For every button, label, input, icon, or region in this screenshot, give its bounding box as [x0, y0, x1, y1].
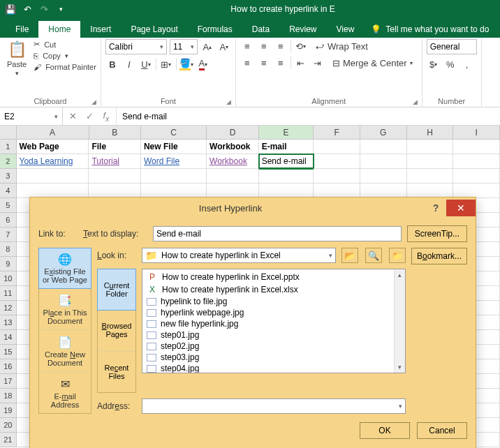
file-item[interactable]: hyperlink webpage.jpg	[144, 307, 404, 318]
cell-C3[interactable]	[141, 169, 207, 184]
tab-formulas[interactable]: Formulas	[188, 21, 242, 38]
enter-formula-button[interactable]: ✓	[84, 111, 95, 121]
cell-G3[interactable]	[360, 169, 407, 184]
file-list[interactable]: PHow to create hyperlink in Excel.pptxXH…	[142, 269, 406, 373]
cell-B2[interactable]: Tutorial	[89, 154, 141, 169]
linkto-existing-file[interactable]: 🌐Existing File or Web Page	[38, 248, 91, 289]
cell-D2[interactable]: Workbook	[207, 154, 259, 169]
file-item[interactable]: step04.jpg	[144, 363, 404, 373]
browse-web-button[interactable]: 🔍	[365, 248, 382, 263]
font-size-combo[interactable]: 11▾	[170, 39, 198, 54]
italic-button[interactable]: I	[122, 57, 136, 71]
cut-button[interactable]: ✂Cut	[34, 39, 96, 50]
cell-D1[interactable]: Workbook	[207, 140, 259, 154]
browsed-pages-button[interactable]: Browsed Pages	[98, 310, 135, 351]
screentip-button[interactable]: ScreenTip...	[407, 225, 467, 242]
column-header-F[interactable]: F	[314, 126, 360, 139]
cell-H3[interactable]	[407, 169, 454, 184]
row-header-8[interactable]: 8	[0, 242, 17, 257]
look-in-combo[interactable]: 📁 How to create hyperlink in Excel ▾	[142, 248, 336, 263]
column-header-E[interactable]: E	[259, 126, 314, 139]
recent-files-button[interactable]: Recent Files	[98, 352, 135, 392]
tab-home[interactable]: Home	[38, 21, 80, 38]
row-header-13[interactable]: 13	[0, 315, 17, 330]
cell-G1[interactable]	[360, 140, 407, 154]
insert-function-button[interactable]: fx	[101, 110, 112, 123]
border-button[interactable]: ⊞▾	[159, 57, 173, 71]
number-format-combo[interactable]: General	[427, 39, 477, 54]
row-header-16[interactable]: 16	[0, 359, 17, 374]
cell-G4[interactable]	[360, 184, 407, 198]
row-header-6[interactable]: 6	[0, 213, 17, 227]
formula-input[interactable]: Send e-mail	[117, 107, 500, 125]
clipboard-dialog-launcher[interactable]: ◢	[91, 98, 96, 105]
align-right-button[interactable]: ≡	[274, 56, 288, 70]
row-header-17[interactable]: 17	[0, 374, 17, 389]
tab-review[interactable]: Review	[279, 21, 326, 38]
format-painter-button[interactable]: 🖌Format Painter	[34, 62, 96, 72]
help-button[interactable]: ?	[425, 202, 446, 214]
column-header-I[interactable]: I	[453, 126, 500, 139]
row-header-15[interactable]: 15	[0, 345, 17, 359]
align-top-button[interactable]: ≡	[240, 39, 254, 53]
scroll-up-button[interactable]: ▴	[395, 269, 405, 281]
font-color-button[interactable]: A▾	[196, 57, 210, 71]
column-header-A[interactable]: A	[17, 126, 89, 139]
tab-view[interactable]: View	[327, 21, 365, 38]
scrollbar[interactable]: ▴ ▾	[394, 269, 405, 373]
cell-C4[interactable]	[141, 184, 207, 198]
current-folder-button[interactable]: Current Folder	[97, 269, 136, 311]
row-header-10[interactable]: 10	[0, 271, 17, 286]
column-header-G[interactable]: G	[360, 126, 407, 139]
row-header-3[interactable]: 3	[0, 169, 17, 184]
cell-A3[interactable]	[17, 169, 89, 184]
save-button[interactable]: 💾	[3, 2, 18, 16]
scroll-down-button[interactable]: ▾	[395, 361, 405, 373]
row-header-21[interactable]: 21	[0, 433, 17, 447]
file-item[interactable]: XHow to create hyperlink in Excel.xlsx	[144, 283, 404, 296]
linkto-email[interactable]: ✉E-mail Address	[39, 373, 91, 413]
file-item[interactable]: step03.jpg	[144, 352, 404, 363]
redo-button[interactable]: ↷	[36, 2, 52, 16]
cell-D3[interactable]	[207, 169, 259, 184]
accounting-button[interactable]: $▾	[427, 57, 441, 71]
cell-I4[interactable]	[453, 184, 500, 198]
row-header-4[interactable]: 4	[0, 184, 17, 198]
file-item[interactable]: step01.jpg	[144, 329, 404, 341]
column-header-D[interactable]: D	[207, 126, 259, 139]
dialog-titlebar[interactable]: Insert Hyperlink ? ✕	[30, 197, 476, 218]
cancel-button[interactable]: Cancel	[417, 422, 467, 439]
address-input[interactable]: ▾	[142, 398, 406, 414]
cell-H4[interactable]	[407, 184, 454, 198]
cell-F4[interactable]	[314, 184, 360, 198]
font-name-combo[interactable]: Calibri▾	[105, 39, 167, 54]
align-left-button[interactable]: ≡	[240, 56, 254, 70]
file-item[interactable]: PHow to create hyperlink in Excel.pptx	[144, 271, 404, 283]
bookmark-button[interactable]: Bookmark...	[411, 248, 467, 264]
undo-button[interactable]: ↶	[20, 2, 35, 16]
decrease-font-button[interactable]: A▾	[217, 40, 231, 54]
cell-I2[interactable]	[453, 154, 500, 169]
orientation-button[interactable]: ⟲▾	[294, 39, 308, 53]
column-header-B[interactable]: B	[89, 126, 142, 139]
row-header-12[interactable]: 12	[0, 301, 17, 315]
comma-button[interactable]: ,	[460, 57, 474, 71]
cell-F1[interactable]	[314, 140, 360, 154]
file-item[interactable]: step02.jpg	[144, 341, 404, 352]
row-header-2[interactable]: 2	[0, 154, 17, 169]
font-dialog-launcher[interactable]: ◢	[226, 98, 231, 105]
cell-D4[interactable]	[207, 184, 259, 198]
align-middle-button[interactable]: ≡	[257, 39, 271, 53]
cell-E3[interactable]	[259, 169, 314, 184]
browse-file-button[interactable]: 📁	[389, 248, 406, 263]
cell-H1[interactable]	[407, 140, 454, 154]
row-header-9[interactable]: 9	[0, 257, 17, 271]
cell-E2[interactable]: Send e-mail	[259, 154, 314, 169]
row-header-1[interactable]: 1	[0, 140, 17, 154]
cell-B4[interactable]	[89, 184, 141, 198]
cell-G2[interactable]	[360, 154, 407, 169]
select-all-corner[interactable]	[0, 126, 17, 139]
qat-customize[interactable]: ▾	[53, 2, 68, 16]
bold-button[interactable]: B	[105, 57, 119, 71]
cell-A1[interactable]: Web Page	[17, 140, 89, 154]
